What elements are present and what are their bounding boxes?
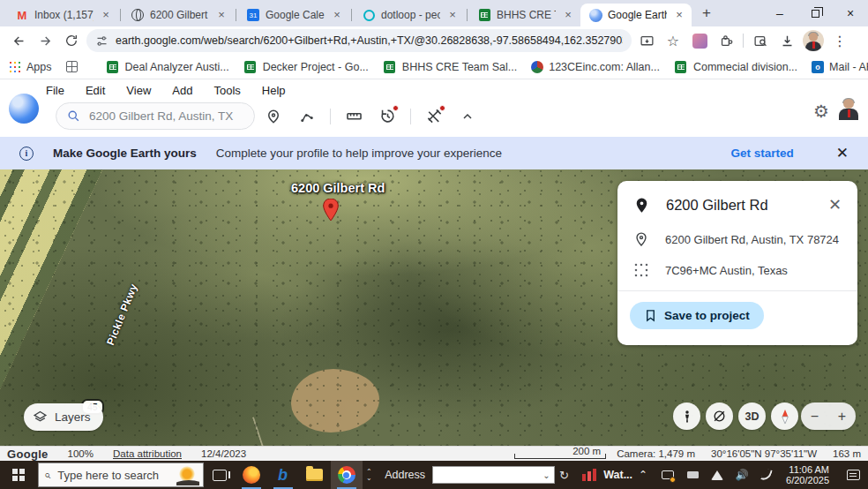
battery-tray-icon[interactable] [682, 461, 703, 489]
action-center-button[interactable] [838, 461, 868, 489]
drawing-tools-icon[interactable] [423, 106, 445, 127]
bookmark-123ceinc[interactable]: 123CEinc.com: Allan... [531, 61, 660, 73]
extension-pink-icon[interactable] [688, 29, 711, 52]
taskbar-search-input[interactable]: ⌕ Type here to search [38, 463, 204, 487]
google-logo: Google [7, 448, 49, 461]
wifi-tray-icon[interactable] [707, 461, 728, 489]
tab-dotloop[interactable]: dotloop - peoplewo... × [354, 4, 465, 26]
banner-close-icon[interactable]: ✕ [836, 144, 849, 162]
layers-button[interactable]: Layers [24, 403, 103, 431]
card-close-icon[interactable]: ✕ [823, 193, 847, 216]
menu-help[interactable]: Help [262, 84, 286, 97]
browser-toolbar: earth.google.com/web/search/6200+Gilbert… [0, 26, 868, 55]
toggle-view-button[interactable] [706, 402, 733, 430]
firefox-button[interactable] [236, 461, 267, 489]
tab-gilbert-rd[interactable]: 6200 Gilbert Rd. Au... × [123, 4, 234, 26]
minimize-button[interactable]: – [762, 0, 797, 26]
forward-button[interactable] [34, 29, 56, 52]
downloads-icon[interactable] [775, 29, 798, 52]
bookmark-grid-shortcut[interactable] [66, 61, 78, 72]
bookmark-apps[interactable]: Apps [9, 61, 52, 73]
data-attribution-link[interactable]: Data attribution [113, 448, 182, 459]
bookmark-commercial-division[interactable]: Commecial division... [674, 60, 797, 74]
tab-close-icon[interactable]: × [672, 8, 686, 22]
save-to-project-button[interactable]: Save to project [630, 302, 764, 329]
map-marker-pin-icon[interactable] [323, 199, 339, 222]
task-view-button[interactable] [204, 461, 236, 489]
menu-view[interactable]: View [126, 84, 151, 97]
account-avatar[interactable] [836, 95, 861, 120]
bing-button[interactable]: b [267, 461, 299, 489]
google-earth-logo-icon[interactable] [9, 94, 39, 124]
tab-close-icon[interactable]: × [330, 8, 344, 22]
menu-add[interactable]: Add [172, 84, 192, 97]
restore-button[interactable] [797, 0, 833, 26]
tab-bhhs-sheet[interactable]: BHHS CRE Team Sal... × [469, 4, 580, 26]
compass-button[interactable] [771, 402, 798, 430]
tab-calendar[interactable]: 31 Google Calendar - ... × [238, 4, 349, 26]
bookmark-bhhs-team[interactable]: BHHS CRE Team Sal... [383, 60, 517, 74]
display-tray-icon[interactable] [657, 461, 678, 489]
tab-close-icon[interactable]: × [561, 8, 575, 22]
3d-button[interactable]: 3D [738, 402, 766, 430]
file-explorer-button[interactable] [299, 461, 331, 489]
tab-gmail[interactable]: M Inbox (1,157) - alla... × [7, 4, 118, 26]
back-button[interactable] [7, 29, 30, 52]
tab-label: Google Earth [608, 9, 667, 21]
bookmark-deal-analyzer[interactable]: Deal Analyzer Austi... [106, 60, 229, 74]
tab-close-icon[interactable]: × [214, 8, 228, 22]
tab-close-icon[interactable]: × [99, 8, 113, 22]
site-info-icon[interactable] [95, 34, 108, 48]
earth-search-input[interactable]: 6200 Gilbert Rd, Austin, TX [56, 102, 255, 130]
reload-button[interactable] [60, 29, 83, 52]
measure-ruler-icon[interactable] [343, 106, 364, 127]
tab-close-icon[interactable]: × [445, 8, 460, 22]
settings-gear-icon[interactable]: ⚙ [813, 101, 829, 122]
restore-icon [812, 10, 819, 18]
banner-title: Make Google Earth yours [53, 147, 197, 160]
browser-menu-icon[interactable]: ⋮ [828, 29, 851, 52]
send-to-device-icon[interactable] [635, 29, 658, 52]
close-window-button[interactable]: × [833, 0, 868, 26]
zoom-out-button[interactable]: − [811, 409, 819, 425]
bookmark-star-icon[interactable]: ☆ [662, 29, 685, 52]
tab-search-icon[interactable] [749, 29, 772, 52]
earth-status-bar: Google 100% Data attribution 12/4/2023 2… [0, 446, 868, 461]
news-interests-widget[interactable]: Wat... [582, 469, 632, 481]
chrome-button[interactable] [331, 461, 363, 489]
bookmark-decker-project[interactable]: Decker Project - Go... [243, 60, 369, 74]
address-go-icon[interactable]: ↻ [555, 466, 573, 484]
volume-tray-icon[interactable]: 🔊 [731, 461, 752, 489]
bookmark-label: Apps [26, 61, 52, 73]
taskbar-clock[interactable]: 11:06 AM 6/20/2025 [786, 464, 829, 485]
url-bar[interactable]: earth.google.com/web/search/6200+Gilbert… [86, 29, 632, 52]
tab-google-earth-active[interactable]: Google Earth × [580, 4, 692, 26]
collapse-chevron-icon[interactable] [457, 106, 478, 127]
map-canvas[interactable]: Pickle Pkwy 45 130 6200 Gilbert Rd 6200 … [0, 169, 868, 446]
get-started-link[interactable]: Get started [730, 147, 793, 160]
place-pin-icon [633, 197, 650, 214]
bookmark-mail[interactable]: o Mail - AHanson@b... [812, 61, 868, 73]
pen-tray-icon[interactable] [756, 461, 777, 489]
tray-expand-chevron-icon[interactable]: ⌃ [632, 461, 654, 489]
tab-label: 6200 Gilbert Rd. Au... [150, 9, 209, 21]
apps-grid-icon [9, 61, 21, 73]
new-tab-button[interactable]: + [695, 2, 718, 25]
stocks-chart-icon [582, 469, 598, 481]
taskbar-scroll-chevrons[interactable]: ⌃⌄ [363, 469, 377, 481]
file-explorer-icon [306, 469, 323, 481]
menu-file[interactable]: File [46, 84, 64, 97]
browser-tab-strip: M Inbox (1,157) - alla... × 6200 Gilbert… [0, 0, 868, 26]
profile-avatar[interactable] [802, 29, 825, 52]
historical-imagery-icon[interactable] [377, 106, 398, 127]
extensions-puzzle-icon[interactable] [715, 29, 737, 52]
start-button[interactable] [0, 461, 38, 489]
zoom-in-button[interactable]: + [838, 409, 846, 425]
pegman-button[interactable] [673, 402, 700, 430]
path-icon[interactable] [296, 106, 318, 127]
placemark-pin-icon[interactable] [263, 106, 284, 127]
bookmark-label: Decker Project - Go... [263, 61, 369, 73]
menu-tools[interactable]: Tools [213, 84, 240, 97]
address-input[interactable]: ⌄ [432, 466, 555, 484]
menu-edit[interactable]: Edit [86, 84, 105, 97]
